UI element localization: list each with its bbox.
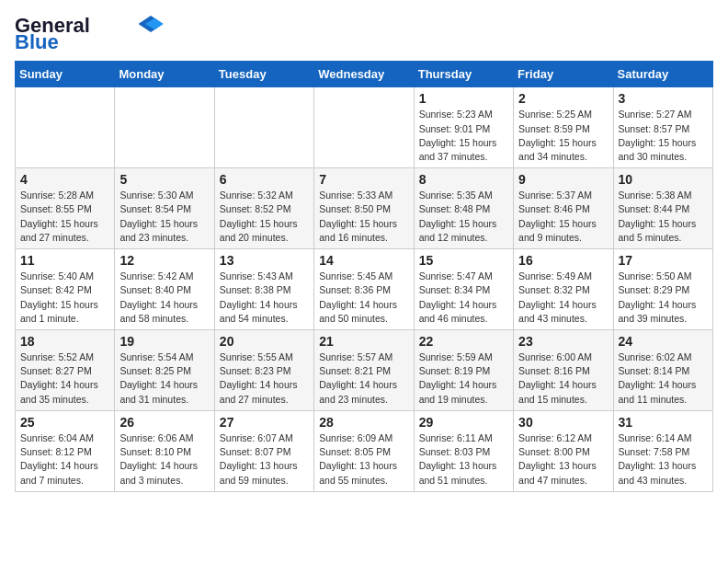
calendar-cell [115, 87, 214, 168]
calendar-cell: 19Sunrise: 5:54 AMSunset: 8:25 PMDayligh… [115, 330, 214, 411]
day-number: 12 [119, 253, 209, 268]
day-number: 25 [20, 415, 109, 430]
day-number: 29 [419, 415, 508, 430]
day-number: 16 [518, 253, 608, 268]
calendar-header: SundayMondayTuesdayWednesdayThursdayFrid… [16, 62, 713, 87]
week-row-1: 1Sunrise: 5:23 AMSunset: 9:01 PMDaylight… [16, 87, 713, 168]
day-info: Sunrise: 6:04 AMSunset: 8:12 PMDaylight:… [20, 431, 109, 488]
calendar-cell: 30Sunrise: 6:12 AMSunset: 8:00 PMDayligh… [514, 410, 613, 491]
calendar-cell: 31Sunrise: 6:14 AMSunset: 7:58 PMDayligh… [613, 410, 712, 491]
day-number: 10 [619, 172, 708, 187]
day-info: Sunrise: 5:43 AMSunset: 8:38 PMDaylight:… [220, 270, 309, 326]
calendar-cell: 29Sunrise: 6:11 AMSunset: 8:03 PMDayligh… [414, 410, 513, 491]
day-number: 31 [619, 415, 708, 430]
day-info: Sunrise: 5:25 AMSunset: 8:59 PMDaylight:… [518, 108, 608, 164]
week-row-2: 4Sunrise: 5:28 AMSunset: 8:55 PMDaylight… [16, 168, 713, 249]
day-number: 15 [419, 253, 508, 268]
calendar-cell: 1Sunrise: 5:23 AMSunset: 9:01 PMDaylight… [414, 87, 513, 168]
day-info: Sunrise: 6:02 AMSunset: 8:14 PMDaylight:… [619, 350, 708, 407]
week-row-5: 25Sunrise: 6:04 AMSunset: 8:12 PMDayligh… [16, 410, 713, 491]
weekday-header-friday: Friday [514, 62, 613, 87]
calendar-cell: 7Sunrise: 5:33 AMSunset: 8:50 PMDaylight… [314, 168, 414, 249]
day-number: 20 [220, 334, 309, 349]
weekday-header-sunday: Sunday [16, 62, 115, 87]
calendar-cell: 26Sunrise: 6:06 AMSunset: 8:10 PMDayligh… [115, 410, 214, 491]
calendar-cell: 22Sunrise: 5:59 AMSunset: 8:19 PMDayligh… [414, 330, 513, 411]
day-info: Sunrise: 5:28 AMSunset: 8:55 PMDaylight:… [20, 189, 109, 245]
day-number: 4 [20, 172, 109, 187]
logo-icon [138, 16, 164, 32]
day-info: Sunrise: 5:42 AMSunset: 8:40 PMDaylight:… [119, 270, 209, 326]
calendar-cell: 10Sunrise: 5:38 AMSunset: 8:44 PMDayligh… [613, 168, 712, 249]
calendar-cell: 8Sunrise: 5:35 AMSunset: 8:48 PMDaylight… [414, 168, 513, 249]
day-number: 5 [119, 172, 209, 187]
calendar-cell [214, 87, 313, 168]
calendar-cell: 21Sunrise: 5:57 AMSunset: 8:21 PMDayligh… [314, 330, 414, 411]
calendar-cell: 25Sunrise: 6:04 AMSunset: 8:12 PMDayligh… [16, 410, 115, 491]
day-info: Sunrise: 5:27 AMSunset: 8:57 PMDaylight:… [619, 108, 708, 164]
week-row-4: 18Sunrise: 5:52 AMSunset: 8:27 PMDayligh… [16, 330, 713, 411]
day-number: 18 [20, 334, 109, 349]
day-info: Sunrise: 6:09 AMSunset: 8:05 PMDaylight:… [319, 431, 408, 488]
day-number: 8 [419, 172, 508, 187]
day-number: 24 [619, 334, 708, 349]
day-number: 26 [119, 415, 209, 430]
day-number: 19 [119, 334, 209, 349]
calendar-cell: 20Sunrise: 5:55 AMSunset: 8:23 PMDayligh… [214, 330, 313, 411]
day-number: 21 [319, 334, 408, 349]
calendar-cell: 14Sunrise: 5:45 AMSunset: 8:36 PMDayligh… [314, 249, 414, 330]
day-number: 7 [319, 172, 408, 187]
day-info: Sunrise: 5:49 AMSunset: 8:32 PMDaylight:… [518, 270, 608, 326]
day-number: 27 [220, 415, 309, 430]
calendar-cell: 27Sunrise: 6:07 AMSunset: 8:07 PMDayligh… [214, 410, 313, 491]
calendar-cell: 17Sunrise: 5:50 AMSunset: 8:29 PMDayligh… [613, 249, 712, 330]
calendar-body: 1Sunrise: 5:23 AMSunset: 9:01 PMDaylight… [16, 87, 713, 491]
calendar-cell: 6Sunrise: 5:32 AMSunset: 8:52 PMDaylight… [214, 168, 313, 249]
page-header: General Blue [15, 15, 713, 53]
weekday-header-thursday: Thursday [414, 62, 513, 87]
day-number: 6 [220, 172, 309, 187]
day-number: 22 [419, 334, 508, 349]
day-number: 9 [518, 172, 608, 187]
weekday-header-tuesday: Tuesday [214, 62, 313, 87]
day-info: Sunrise: 6:12 AMSunset: 8:00 PMDaylight:… [518, 431, 608, 488]
day-info: Sunrise: 5:52 AMSunset: 8:27 PMDaylight:… [20, 350, 109, 407]
day-info: Sunrise: 5:47 AMSunset: 8:34 PMDaylight:… [419, 270, 508, 326]
weekday-header-wednesday: Wednesday [314, 62, 414, 87]
logo: General Blue [15, 15, 164, 53]
weekday-header-monday: Monday [115, 62, 214, 87]
day-info: Sunrise: 5:33 AMSunset: 8:50 PMDaylight:… [319, 189, 408, 245]
day-info: Sunrise: 6:07 AMSunset: 8:07 PMDaylight:… [220, 431, 309, 488]
day-info: Sunrise: 5:54 AMSunset: 8:25 PMDaylight:… [119, 350, 209, 407]
calendar-cell: 28Sunrise: 6:09 AMSunset: 8:05 PMDayligh… [314, 410, 414, 491]
weekday-header-saturday: Saturday [613, 62, 712, 87]
calendar-cell: 16Sunrise: 5:49 AMSunset: 8:32 PMDayligh… [514, 249, 613, 330]
day-info: Sunrise: 5:45 AMSunset: 8:36 PMDaylight:… [319, 270, 408, 326]
calendar-cell: 12Sunrise: 5:42 AMSunset: 8:40 PMDayligh… [115, 249, 214, 330]
calendar-cell [314, 87, 414, 168]
calendar-cell: 23Sunrise: 6:00 AMSunset: 8:16 PMDayligh… [514, 330, 613, 411]
day-number: 30 [518, 415, 608, 430]
day-info: Sunrise: 5:23 AMSunset: 9:01 PMDaylight:… [419, 108, 508, 164]
day-number: 14 [319, 253, 408, 268]
day-info: Sunrise: 5:40 AMSunset: 8:42 PMDaylight:… [20, 270, 109, 326]
day-number: 28 [319, 415, 408, 430]
day-info: Sunrise: 5:37 AMSunset: 8:46 PMDaylight:… [518, 189, 608, 245]
day-number: 23 [518, 334, 608, 349]
day-number: 13 [220, 253, 309, 268]
calendar-cell: 5Sunrise: 5:30 AMSunset: 8:54 PMDaylight… [115, 168, 214, 249]
day-info: Sunrise: 5:55 AMSunset: 8:23 PMDaylight:… [220, 350, 309, 407]
calendar-cell: 3Sunrise: 5:27 AMSunset: 8:57 PMDaylight… [613, 87, 712, 168]
day-info: Sunrise: 5:38 AMSunset: 8:44 PMDaylight:… [619, 189, 708, 245]
logo-blue: Blue [15, 31, 59, 53]
day-info: Sunrise: 6:14 AMSunset: 7:58 PMDaylight:… [619, 431, 708, 488]
day-info: Sunrise: 6:11 AMSunset: 8:03 PMDaylight:… [419, 431, 508, 488]
day-info: Sunrise: 5:35 AMSunset: 8:48 PMDaylight:… [419, 189, 508, 245]
calendar-cell: 24Sunrise: 6:02 AMSunset: 8:14 PMDayligh… [613, 330, 712, 411]
calendar-cell: 2Sunrise: 5:25 AMSunset: 8:59 PMDaylight… [514, 87, 613, 168]
day-info: Sunrise: 6:00 AMSunset: 8:16 PMDaylight:… [518, 350, 608, 407]
calendar-cell: 9Sunrise: 5:37 AMSunset: 8:46 PMDaylight… [514, 168, 613, 249]
calendar-cell: 13Sunrise: 5:43 AMSunset: 8:38 PMDayligh… [214, 249, 313, 330]
day-number: 2 [518, 91, 608, 106]
calendar-cell [16, 87, 115, 168]
